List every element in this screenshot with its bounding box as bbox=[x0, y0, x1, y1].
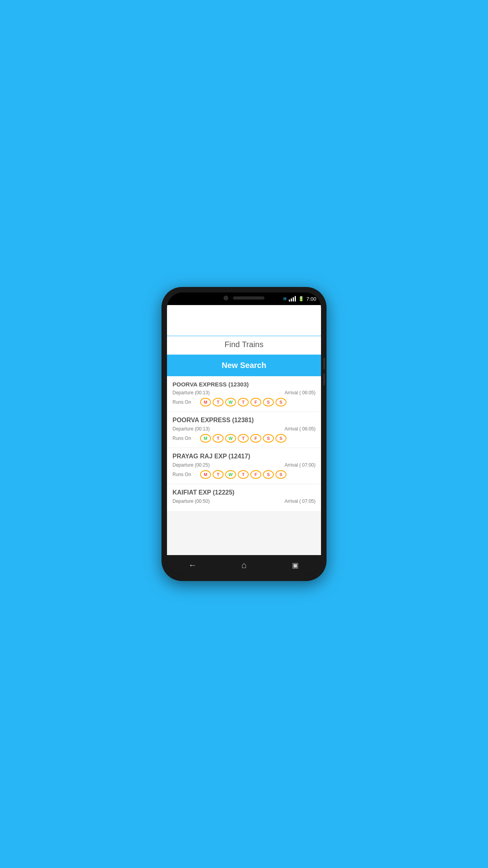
volume-down-btn bbox=[323, 373, 325, 385]
train-card[interactable]: POORVA EXPRESS (12303)Departure (00:13)A… bbox=[167, 376, 321, 411]
departure-time: Departure (00:50) bbox=[172, 498, 210, 504]
header-logo-space bbox=[167, 312, 321, 336]
day-circle-m: M bbox=[200, 470, 211, 479]
home-button[interactable] bbox=[234, 557, 254, 573]
train-card[interactable]: PRAYAG RAJ EXP (12417)Departure (00:25)A… bbox=[167, 448, 321, 484]
runs-on-label: Runs On bbox=[172, 399, 196, 405]
app-screen: Find Trains New Search POORVA EXPRESS (1… bbox=[167, 305, 321, 555]
day-circle-s: S bbox=[275, 470, 286, 479]
day-circle-t: T bbox=[213, 434, 224, 443]
speaker bbox=[233, 296, 264, 300]
runs-on-row: Runs OnMTWTFSS bbox=[172, 398, 316, 406]
volume-up-btn bbox=[323, 358, 325, 370]
signal-icon bbox=[289, 296, 296, 302]
new-search-button[interactable]: New Search bbox=[167, 355, 321, 376]
day-circle-s: S bbox=[263, 470, 274, 479]
train-list[interactable]: POORVA EXPRESS (12303)Departure (00:13)A… bbox=[167, 376, 321, 555]
day-circle-s: S bbox=[275, 398, 286, 406]
train-times: Departure (00:50)Arrival ( 07:05) bbox=[172, 498, 316, 504]
day-circle-w: W bbox=[225, 398, 236, 406]
day-circles: MTWTFSS bbox=[200, 470, 286, 479]
train-name: POORVA EXPRESS (12303) bbox=[172, 381, 316, 388]
status-time: 7:00 bbox=[306, 296, 316, 302]
train-times: Departure (00:13)Arrival ( 06:05) bbox=[172, 390, 316, 395]
day-circle-f: F bbox=[250, 434, 261, 443]
day-circle-w: W bbox=[225, 470, 236, 479]
day-circle-s: S bbox=[263, 434, 274, 443]
day-circle-m: M bbox=[200, 398, 211, 406]
train-times: Departure (00:25)Arrival ( 07:00) bbox=[172, 462, 316, 468]
day-circle-s: S bbox=[275, 434, 286, 443]
recent-apps-button[interactable] bbox=[286, 557, 305, 573]
train-name: POORVA EXPRESS (12381) bbox=[172, 417, 316, 424]
train-name: PRAYAG RAJ EXP (12417) bbox=[172, 453, 316, 460]
departure-time: Departure (00:25) bbox=[172, 462, 210, 468]
train-card[interactable]: KAIFIAT EXP (12225)Departure (00:50)Arri… bbox=[167, 484, 321, 511]
runs-on-row: Runs OnMTWTFSS bbox=[172, 434, 316, 443]
day-circle-t: T bbox=[213, 470, 224, 479]
phone-screen: H 🔋 7:00 Find Trains New Search POORVA bbox=[167, 292, 321, 576]
network-indicator: H bbox=[283, 297, 286, 301]
day-circle-m: M bbox=[200, 434, 211, 443]
camera bbox=[224, 296, 228, 300]
train-name: KAIFIAT EXP (12225) bbox=[172, 489, 316, 496]
day-circle-w: W bbox=[225, 434, 236, 443]
app-header: Find Trains bbox=[167, 305, 321, 355]
phone-top-decoration bbox=[224, 296, 264, 300]
day-circles: MTWTFSS bbox=[200, 398, 286, 406]
train-card[interactable]: POORVA EXPRESS (12381)Departure (00:13)A… bbox=[167, 412, 321, 447]
day-circle-t: T bbox=[238, 470, 249, 479]
day-circle-f: F bbox=[250, 398, 261, 406]
arrival-time: Arrival ( 07:00) bbox=[284, 462, 316, 468]
departure-time: Departure (00:13) bbox=[172, 390, 210, 395]
departure-time: Departure (00:13) bbox=[172, 426, 210, 432]
arrival-time: Arrival ( 06:05) bbox=[284, 390, 316, 395]
side-buttons bbox=[323, 358, 325, 385]
runs-on-label: Runs On bbox=[172, 472, 196, 477]
runs-on-label: Runs On bbox=[172, 436, 196, 441]
day-circles: MTWTFSS bbox=[200, 434, 286, 443]
day-circle-s: S bbox=[263, 398, 274, 406]
find-trains-title: Find Trains bbox=[167, 336, 321, 355]
phone-device: H 🔋 7:00 Find Trains New Search POORVA bbox=[161, 287, 327, 581]
day-circle-f: F bbox=[250, 470, 261, 479]
day-circle-t: T bbox=[213, 398, 224, 406]
bottom-navigation bbox=[167, 555, 321, 576]
arrival-time: Arrival ( 07:05) bbox=[284, 498, 316, 504]
back-button[interactable] bbox=[183, 557, 202, 573]
day-circle-t: T bbox=[238, 398, 249, 406]
runs-on-row: Runs OnMTWTFSS bbox=[172, 470, 316, 479]
train-times: Departure (00:13)Arrival ( 06:05) bbox=[172, 426, 316, 432]
arrival-time: Arrival ( 06:05) bbox=[284, 426, 316, 432]
battery-icon: 🔋 bbox=[298, 296, 304, 302]
day-circle-t: T bbox=[238, 434, 249, 443]
